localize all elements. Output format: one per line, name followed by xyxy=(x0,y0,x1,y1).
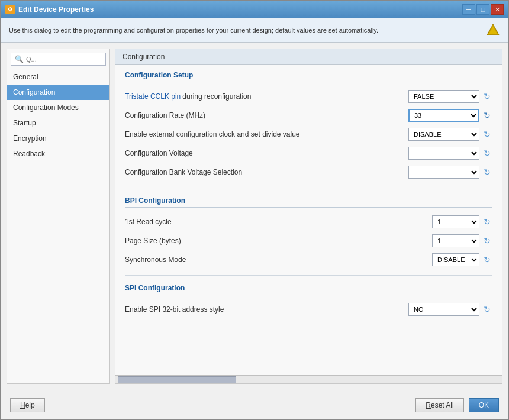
help-label-rest: elp xyxy=(25,401,35,409)
sidebar-item-general[interactable]: General xyxy=(7,69,109,85)
config-row-config-bank-voltage: Configuration Bank Voltage Selection 1.5… xyxy=(125,163,492,182)
info-bar: Use this dialog to edit the programming … xyxy=(1,18,508,43)
section-bpi-configuration: BPI Configuration 1st Read cycle 1 2 3 4 xyxy=(115,190,502,273)
config-control-first-read-cycle: 1 2 3 4 ↻ xyxy=(432,215,492,228)
config-bank-voltage-select[interactable]: 1.5V 1.8V 2.5V 3.3V xyxy=(408,166,479,179)
config-row-config-rate: Configuration Rate (MHz) 1 3 6 12 25 33 … xyxy=(125,106,492,125)
sidebar-item-label: General xyxy=(13,73,38,81)
config-control-spi-32bit: NO YES ↻ xyxy=(408,303,492,316)
sidebar-item-startup[interactable]: Startup xyxy=(7,115,109,131)
page-size-select[interactable]: 1 4 8 xyxy=(432,234,479,247)
logo-icon xyxy=(486,23,500,37)
sidebar-item-configuration-modes[interactable]: Configuration Modes xyxy=(7,100,109,115)
synchronous-mode-select[interactable]: DISABLE ENABLE xyxy=(432,253,479,266)
label-blue-tristate: Tristate CCLK pin xyxy=(125,92,181,101)
minimize-button[interactable]: ─ xyxy=(462,4,475,15)
sidebar-item-label: Readback xyxy=(13,150,45,158)
config-label-page-size: Page Size (bytes) xyxy=(125,237,432,245)
sidebar-item-label: Encryption xyxy=(13,134,47,143)
label-config-voltage: Configuration Voltage xyxy=(125,149,193,157)
ok-button[interactable]: OK xyxy=(469,398,499,412)
panel-header: Configuration xyxy=(115,49,502,65)
label-ext-config-clock: Enable external configuration clock and … xyxy=(125,130,300,138)
sidebar-item-label: Configuration Modes xyxy=(13,104,79,112)
sidebar-item-label: Configuration xyxy=(13,88,55,96)
main-content: 🔍 General Configuration Configuration Mo… xyxy=(1,43,508,390)
config-label-config-bank-voltage: Configuration Bank Voltage Selection xyxy=(125,168,408,176)
panel-body: Configuration Setup Tristate CCLK pin du… xyxy=(115,65,502,375)
spi-32bit-select[interactable]: NO YES xyxy=(408,303,479,316)
label-first-read-cycle: 1st Read cycle xyxy=(125,218,172,226)
close-button[interactable]: ✕ xyxy=(491,4,504,15)
config-voltage-refresh-button[interactable]: ↻ xyxy=(482,148,492,159)
config-label-ext-config-clock: Enable external configuration clock and … xyxy=(125,130,408,138)
divider-2 xyxy=(125,275,492,276)
config-label-config-voltage: Configuration Voltage xyxy=(125,149,408,157)
main-window: ⚙ Edit Device Properties ─ □ ✕ Use this … xyxy=(0,0,509,420)
right-panel: Configuration Configuration Setup Trista… xyxy=(115,49,502,384)
config-label-spi-32bit: Enable SPI 32-bit address style xyxy=(125,305,408,314)
config-control-config-voltage: 1.5V 1.8V 2.5V 3.3V ↻ xyxy=(408,147,492,160)
config-row-synchronous-mode: Synchronous Mode DISABLE ENABLE ↻ xyxy=(125,250,492,269)
title-bar-left: ⚙ Edit Device Properties xyxy=(5,5,94,14)
horizontal-scrollbar[interactable] xyxy=(115,375,502,383)
horizontal-scroll-thumb[interactable] xyxy=(118,376,236,383)
title-controls: ─ □ ✕ xyxy=(462,4,504,15)
config-row-page-size: Page Size (bytes) 1 4 8 ↻ xyxy=(125,231,492,250)
search-input[interactable] xyxy=(26,56,108,63)
config-control-tristate-cclk: FALSE TRUE ↻ xyxy=(408,90,492,103)
sidebar-item-encryption[interactable]: Encryption xyxy=(7,131,109,146)
label-config-bank-voltage: Configuration Bank Voltage Selection xyxy=(125,168,242,176)
config-voltage-select[interactable]: 1.5V 1.8V 2.5V 3.3V xyxy=(408,147,479,160)
config-label-tristate-cclk: Tristate CCLK pin during reconfiguration xyxy=(125,92,408,101)
tristate-cclk-refresh-button[interactable]: ↻ xyxy=(482,91,492,102)
first-read-cycle-refresh-button[interactable]: ↻ xyxy=(482,217,492,227)
config-label-first-read-cycle: 1st Read cycle xyxy=(125,218,432,226)
label-page-size: Page Size (bytes) xyxy=(125,237,181,245)
page-size-refresh-button[interactable]: ↻ xyxy=(482,235,492,246)
section-configuration-setup: Configuration Setup Tristate CCLK pin du… xyxy=(115,65,502,185)
tristate-cclk-select[interactable]: FALSE TRUE xyxy=(408,90,479,103)
ext-config-clock-select[interactable]: DISABLE 2 4 8 16 xyxy=(408,128,479,141)
reset-all-button[interactable]: Reset All xyxy=(415,398,463,412)
reset-label-underline: R xyxy=(426,401,431,409)
synchronous-mode-refresh-button[interactable]: ↻ xyxy=(482,254,492,265)
config-row-tristate-cclk: Tristate CCLK pin during reconfiguration… xyxy=(125,87,492,106)
ext-config-clock-refresh-button[interactable]: ↻ xyxy=(482,129,492,140)
config-control-page-size: 1 4 8 ↻ xyxy=(432,234,492,247)
search-box[interactable]: 🔍 xyxy=(11,53,106,66)
help-button[interactable]: Help xyxy=(10,398,45,412)
config-control-config-rate: 1 3 6 12 25 33 50 100 ↻ xyxy=(408,109,492,122)
sidebar-item-label: Startup xyxy=(13,119,36,127)
title-bar: ⚙ Edit Device Properties ─ □ ✕ xyxy=(1,1,508,18)
spi-32bit-refresh-button[interactable]: ↻ xyxy=(482,304,492,315)
window-icon: ⚙ xyxy=(5,5,15,14)
divider-1 xyxy=(125,188,492,188)
section-title-spi-configuration: SPI Configuration xyxy=(125,284,492,295)
ok-label: OK xyxy=(479,401,489,409)
maximize-button[interactable]: □ xyxy=(476,4,489,15)
config-control-config-bank-voltage: 1.5V 1.8V 2.5V 3.3V ↻ xyxy=(408,166,492,179)
sidebar-item-configuration[interactable]: Configuration xyxy=(7,85,109,100)
footer-right: Reset All OK xyxy=(415,398,499,412)
section-title-configuration-setup: Configuration Setup xyxy=(125,71,492,82)
label-synchronous-mode: Synchronous Mode xyxy=(125,256,186,264)
help-label-underline: H xyxy=(20,401,25,409)
label-spi-32bit: Enable SPI 32-bit address style xyxy=(125,305,224,314)
first-read-cycle-select[interactable]: 1 2 3 4 xyxy=(432,215,479,228)
footer: Help Reset All OK xyxy=(1,390,508,419)
sidebar: 🔍 General Configuration Configuration Mo… xyxy=(7,49,110,384)
config-row-config-voltage: Configuration Voltage 1.5V 1.8V 2.5V 3.3… xyxy=(125,144,492,163)
config-rate-select[interactable]: 1 3 6 12 25 33 50 100 xyxy=(408,109,479,122)
bottom-spacer xyxy=(115,322,502,346)
config-row-spi-32bit: Enable SPI 32-bit address style NO YES ↻ xyxy=(125,300,492,319)
config-row-ext-config-clock: Enable external configuration clock and … xyxy=(125,125,492,144)
config-control-ext-config-clock: DISABLE 2 4 8 16 ↻ xyxy=(408,128,492,141)
config-rate-refresh-button[interactable]: ↻ xyxy=(482,110,492,121)
label-config-rate: Configuration Rate (MHz) xyxy=(125,111,205,119)
config-row-first-read-cycle: 1st Read cycle 1 2 3 4 ↻ xyxy=(125,212,492,231)
sidebar-item-readback[interactable]: Readback xyxy=(7,146,109,161)
window-title: Edit Device Properties xyxy=(18,5,94,14)
reset-label-rest: eset All xyxy=(431,401,454,409)
config-bank-voltage-refresh-button[interactable]: ↻ xyxy=(482,167,492,177)
